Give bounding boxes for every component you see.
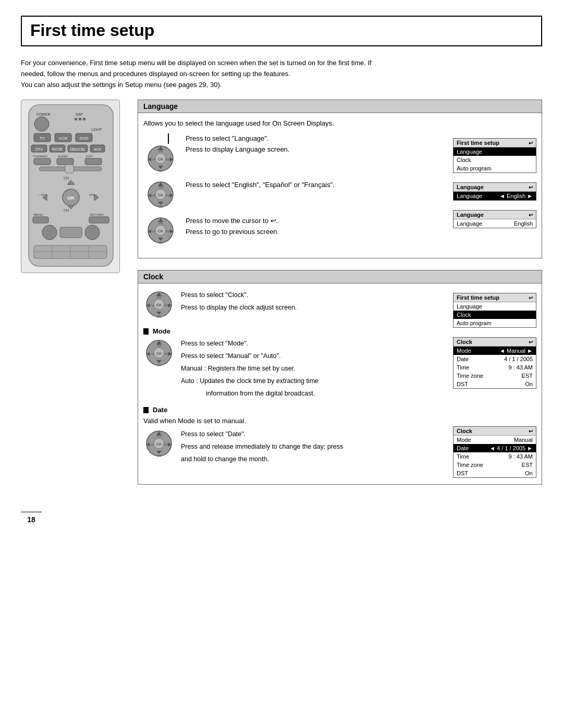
menu-item-auto-program: Auto program	[454, 164, 536, 172]
date-step3-text: and hold to change the month.	[181, 454, 343, 464]
menu-item-clock: Clock	[454, 156, 536, 164]
clock-menu-auto-program: Auto program	[454, 319, 536, 327]
clock-step1-text: Press to select "Clock".	[181, 290, 297, 300]
svg-text:OK: OK	[156, 303, 162, 307]
svg-text:POWER: POWER	[36, 113, 50, 116]
clock-date-time-row: Time 9 : 43 AM	[454, 452, 536, 461]
menu-language-title-2: Language ↩	[454, 211, 536, 219]
clock-step-text: Press to select "Clock". Press to displa…	[181, 290, 297, 320]
menu-clock-mode: Clock ↩ Mode ◄ Manual ► Date 4 / 1 / 200…	[453, 337, 536, 389]
mode-label: Mode	[143, 327, 442, 335]
clock-time-row: Time 9 : 43 AM	[454, 363, 536, 372]
mode-dial: CH –VOL VOL+ OK	[143, 338, 175, 367]
date-text: Press to select "Date". Press and releas…	[181, 429, 343, 466]
clock-date-row: Date 4 / 1 / 2005	[454, 355, 536, 363]
svg-text:SLEEP: SLEEP	[58, 155, 68, 158]
language-body: Allows you to select the language used f…	[138, 113, 542, 258]
menu-first-time-setup-clock: First time setup ↩ Language Clock	[453, 293, 536, 328]
clock-menu-title: First time setup ↩	[454, 293, 536, 302]
svg-text:OK: OK	[156, 442, 162, 446]
date-label: Date	[143, 406, 442, 414]
menu-language-row-1: Language ◄ English ►	[454, 192, 536, 200]
clock-body: CH –VOL VOL+ OK	[138, 283, 542, 484]
svg-text:DTV: DTV	[35, 147, 43, 151]
lang-step-1: CH –VOL VOL+ OK	[143, 133, 442, 172]
svg-text:DVD: DVD	[80, 136, 89, 141]
svg-rect-6	[83, 118, 85, 120]
language-description: Allows you to select the language used f…	[143, 119, 442, 127]
svg-text:CH: CH	[157, 364, 162, 367]
clock-section: Clock CH –VOL	[138, 270, 542, 485]
svg-text:DBS/CBL: DBS/CBL	[70, 147, 85, 151]
lang-step-1-text: Press to select "Language". Press to dis…	[186, 133, 442, 155]
clock-dst-row: DST On	[454, 380, 536, 388]
svg-text:MENU: MENU	[34, 213, 43, 216]
clock-step-main: CH –VOL VOL+ OK	[143, 290, 442, 320]
title-box: First time setup	[21, 16, 542, 46]
mode-auto-text: Auto : Updates the clock time by extract…	[181, 376, 319, 386]
main-layout: POWER SAP LIGHT TV VCR	[21, 100, 542, 496]
svg-text:AUX: AUX	[94, 147, 102, 151]
svg-text:OK: OK	[67, 195, 75, 201]
svg-rect-43	[89, 217, 109, 223]
clock-date-dst-row: DST On	[454, 469, 536, 477]
clock-step2-text: Press to display the clock adjust screen…	[181, 302, 297, 313]
menu-first-time-setup-1: First time setup ↩ Language Clock	[453, 138, 536, 173]
svg-rect-25	[34, 158, 51, 165]
svg-text:CH: CH	[158, 205, 163, 208]
page-number: 18	[21, 512, 42, 524]
svg-text:OK: OK	[157, 193, 163, 197]
clock-date-date-row: Date ◄ 4 / 1 / 2005 ►	[454, 444, 536, 452]
remote-control: POWER SAP LIGHT TV VCR	[21, 100, 120, 273]
svg-rect-42	[33, 217, 48, 223]
svg-text:LIGHT: LIGHT	[91, 128, 102, 131]
svg-text:EXIT: EXIT	[86, 155, 93, 158]
language-menus: First time setup ↩ Language Clock	[450, 119, 536, 252]
clock-date-mode-row: Mode Manual	[454, 436, 536, 444]
remote-column: POWER SAP LIGHT TV VCR	[21, 100, 125, 273]
language-header: Language	[138, 100, 542, 113]
mode-step1-text: Press to select "Mode".	[181, 338, 319, 349]
language-section: Language Allows you to select the langua…	[138, 100, 542, 258]
svg-text:CH: CH	[64, 176, 69, 180]
page-title: First time setup	[30, 21, 154, 40]
svg-rect-46	[60, 227, 82, 238]
menu-clock-date: Clock ↩ Mode Manual Date ◄ 4 / 1 / 2005 …	[453, 426, 536, 478]
clock-header: Clock	[138, 270, 542, 283]
clock-menu-language: Language	[454, 302, 536, 311]
intro-line-3: You can also adjust the settings in Setu…	[21, 81, 222, 89]
clock-mode-row: Mode ◄ Manual ►	[454, 347, 536, 355]
clock-dial-1: CH –VOL VOL+ OK	[143, 290, 175, 318]
menu-language-title-1: Language ↩	[454, 183, 536, 192]
date-valid-text: Valid when Mode is set to manual.	[143, 417, 442, 425]
intro-line-1: For your convenience, First time setup m…	[21, 59, 372, 67]
svg-text:VCR: VCR	[59, 136, 68, 141]
svg-text:CH: CH	[158, 241, 163, 244]
svg-text:OK: OK	[156, 352, 162, 355]
date-step2-text: Press and release immediately to change …	[181, 441, 343, 452]
clock-timezone-row: Time zone EST	[454, 372, 536, 380]
mode-text: Press to select "Mode". Press to select …	[181, 338, 319, 401]
svg-point-45	[85, 225, 100, 240]
remote-svg: POWER SAP LIGHT TV VCR	[23, 102, 118, 269]
clock-date-title: Clock ↩	[454, 427, 536, 436]
svg-text:RCVR: RCVR	[52, 147, 63, 151]
lang-step-2: CH –VOL VOL+ OK	[143, 180, 442, 208]
clock-date-timezone-row: Time zone EST	[454, 461, 536, 469]
intro-line-2: needed, follow the menus and procedures …	[21, 70, 290, 78]
menu-language-confirmed: Language ↩ Language English	[453, 210, 536, 228]
svg-text:CH: CH	[64, 208, 69, 212]
svg-text:SAP: SAP	[76, 113, 83, 116]
lang-step-3: CH –VOL VOL+ OK	[143, 216, 442, 244]
svg-rect-29	[65, 165, 74, 173]
svg-text:TV/VIDEO: TV/VIDEO	[33, 155, 47, 158]
mode-auto2-text: information from the digital broadcast.	[181, 388, 319, 399]
date-steps: CH –VOL VOL+ OK	[143, 429, 442, 466]
svg-text:TV: TV	[40, 136, 45, 141]
menu-language-row-2: Language English	[454, 219, 536, 228]
svg-rect-26	[57, 158, 74, 165]
svg-text:CH: CH	[157, 315, 162, 318]
menu-language-english-arrows: Language ↩ Language ◄ English ►	[453, 182, 536, 201]
page-wrapper: First time setup For your convenience, F…	[21, 16, 542, 524]
intro-text: For your convenience, First time setup m…	[21, 58, 542, 90]
